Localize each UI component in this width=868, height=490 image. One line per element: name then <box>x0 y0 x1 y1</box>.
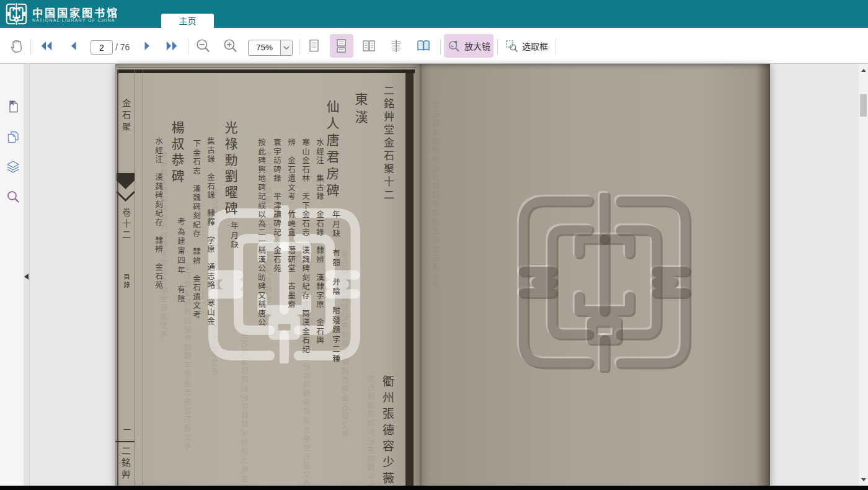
margin-rule-line <box>115 441 135 442</box>
page-total-label: / 76 <box>115 42 130 52</box>
entry-notes: 考為建甯四年 有陰 <box>175 218 187 305</box>
margin-book-title: 金石聚 <box>120 99 132 134</box>
bookmark-page-icon <box>6 100 20 114</box>
last-page-button[interactable] <box>164 38 180 53</box>
entry-title: 楊叔恭碑 <box>167 121 186 185</box>
entry-sources: 辨 金石遺文考 竹崦盦 潛研堂 古墨齋 <box>285 138 297 310</box>
prev-page-icon <box>68 40 81 52</box>
page-number-input[interactable] <box>91 40 113 55</box>
entry-sources: 下金石志 漢魏碑刻紀存 隸辨 金石遺文考 <box>190 140 202 319</box>
zoom-level-select[interactable]: 75% <box>248 40 293 56</box>
page-frame-line <box>118 67 417 68</box>
continuous-facing-icon <box>389 38 404 53</box>
margin-footer-title: 二銘艸 <box>119 446 132 481</box>
bleed-through-text: 金石錄漢魏碑刻紀存隸釋字原通志略金石遺文考 <box>366 374 378 486</box>
chevron-down-icon <box>280 40 292 55</box>
first-page-icon <box>40 39 53 53</box>
last-page-icon <box>165 39 179 53</box>
margin-column-line <box>143 69 143 486</box>
sidebar-item-bookmarks[interactable] <box>6 100 20 114</box>
scroll-down-button[interactable] <box>859 474 868 484</box>
entry-title: 光祿勳劉曜碑 <box>221 121 239 218</box>
margin-page-number: 一 <box>121 426 131 434</box>
entry-notes: 年月缺 有額 并陰 附殘題字二種 <box>330 210 342 364</box>
library-viewer-window: 中国国家图书馆 NATIONAL LIBRARY OF CHINA 主页 / 7… <box>0 0 868 490</box>
sidebar-item-layers[interactable] <box>6 160 20 174</box>
toolbar-separator <box>30 38 31 55</box>
layers-icon <box>6 160 20 174</box>
viewer-toolbar: / 76 75% <box>0 28 868 64</box>
entry-sources: 水經注 漢魏碑刻紀存 隸辨 金石苑 <box>153 137 164 290</box>
margin-column-line <box>135 69 135 486</box>
sidebar-collapse-arrow[interactable] <box>24 274 29 280</box>
pages-copy-icon <box>6 130 20 144</box>
first-page-button[interactable] <box>38 38 55 53</box>
page-frame-line <box>117 69 118 486</box>
book-spread[interactable]: 金石錄漢魏碑刻紀存隸釋字原通志略金石遺文考 金石錄漢魏碑刻紀存隸釋字原通志略金石… <box>115 64 770 486</box>
layout-single-page-button[interactable] <box>303 34 326 58</box>
zoom-out-icon <box>195 38 211 54</box>
fishtail-mark <box>117 173 135 205</box>
sidebar-item-thumbnails[interactable] <box>6 130 20 144</box>
book-view-icon <box>416 38 431 53</box>
zoom-in-button[interactable] <box>222 37 239 55</box>
layout-continuous-button[interactable] <box>330 34 353 58</box>
scroll-up-button[interactable] <box>859 65 868 75</box>
bottom-edge-strip <box>0 486 868 490</box>
select-box-tool-button[interactable]: 选取框 <box>501 34 552 58</box>
embossed-seal-watermark <box>515 192 694 372</box>
prev-page-button[interactable] <box>67 38 82 53</box>
page-frame-border <box>118 69 415 73</box>
app-header: 中国国家图书馆 NATIONAL LIBRARY OF CHINA 主页 <box>0 0 868 29</box>
entry-sources: 寰宇訪碑錄 平津讀碑記 金石苑 <box>271 138 283 274</box>
tab-home[interactable]: 主页 <box>161 14 214 28</box>
magnifier-tool-button[interactable]: 放大镜 <box>444 34 494 58</box>
entry-sources: 寒山金石林 天下金石志 漢魏碑刻紀存 兩漢金石記 <box>299 138 311 354</box>
select-box-tool-label: 选取框 <box>522 40 548 52</box>
bleed-through-text: 金石錄漢魏碑刻紀存隸釋字原通志略金石遺文考 <box>430 101 442 290</box>
era-heading: 東漢 <box>351 92 370 128</box>
left-sidebar <box>0 64 24 486</box>
volume-title-column: 二銘艸堂金石聚十二 <box>381 85 396 202</box>
toolbar-separator <box>497 38 498 55</box>
layout-continuous-facing-button[interactable] <box>384 34 408 58</box>
nlc-logo-icon <box>6 3 27 25</box>
search-icon <box>6 190 20 203</box>
continuous-pages-icon <box>334 38 349 53</box>
toolbar-separator <box>556 38 556 55</box>
arrow-up-icon <box>861 69 866 72</box>
zoom-level-value: 75% <box>249 40 280 55</box>
zoom-in-icon <box>223 38 239 54</box>
hand-pan-button[interactable] <box>7 36 27 56</box>
book-page-right: 金石錄漢魏碑刻紀存隸釋字原通志略金石遺文考 <box>422 64 770 486</box>
next-page-icon <box>140 40 153 52</box>
next-page-button[interactable] <box>139 38 154 53</box>
book-page-left: 金石錄漢魏碑刻紀存隸釋字原通志略金石遺文考 金石錄漢魏碑刻紀存隸釋字原通志略金石… <box>115 64 422 486</box>
entry-notes: 年月缺 <box>228 221 240 251</box>
magnifier-tool-icon <box>447 39 461 53</box>
entry-comment: 按此碑輿地碑記誤以為二一稱漢公昉碑又稱唐公 <box>255 138 267 327</box>
layout-facing-pages-button[interactable] <box>357 34 381 58</box>
hand-icon <box>8 37 26 55</box>
attribution-column: 衢州張德容少薇 <box>379 375 396 486</box>
zoom-out-button[interactable] <box>195 37 212 55</box>
single-page-icon <box>307 38 322 53</box>
book-view-button[interactable] <box>412 34 435 58</box>
margin-section-label: 目錄 <box>122 274 131 289</box>
margin-volume-label: 卷十二 <box>120 208 132 241</box>
scrollbar-thumb[interactable] <box>860 94 867 117</box>
vertical-scrollbar[interactable] <box>859 64 868 486</box>
select-box-tool-icon <box>505 39 518 53</box>
entry-sources: 水經注 集古錄 金石錄 隸辨 漢隸字原 金石輿 <box>314 138 326 345</box>
sidebar-item-search[interactable] <box>6 190 20 203</box>
magnifier-tool-label: 放大镜 <box>464 40 490 52</box>
page-frame-border <box>405 69 414 486</box>
brand-subtitle: NATIONAL LIBRARY OF CHINA <box>32 18 115 22</box>
entry-sources: 集古錄 金石錄 隸釋 字原 通志略 寒山金 <box>205 137 216 326</box>
toolbar-separator <box>188 38 188 55</box>
arrow-down-icon <box>861 478 866 481</box>
toolbar-separator <box>440 38 441 55</box>
facing-pages-icon <box>361 38 376 53</box>
toolbar-separator <box>299 38 300 55</box>
